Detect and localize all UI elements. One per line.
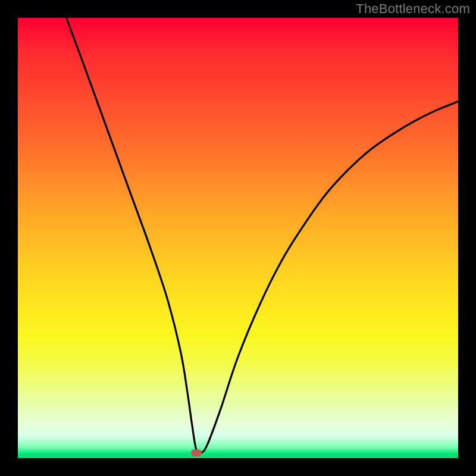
minimum-marker xyxy=(191,449,202,456)
plot-area xyxy=(18,18,458,458)
chart-frame: TheBottleneck.com xyxy=(0,0,476,476)
watermark-text: TheBottleneck.com xyxy=(356,1,470,17)
curve-path xyxy=(66,18,458,453)
curve-svg xyxy=(18,18,458,458)
